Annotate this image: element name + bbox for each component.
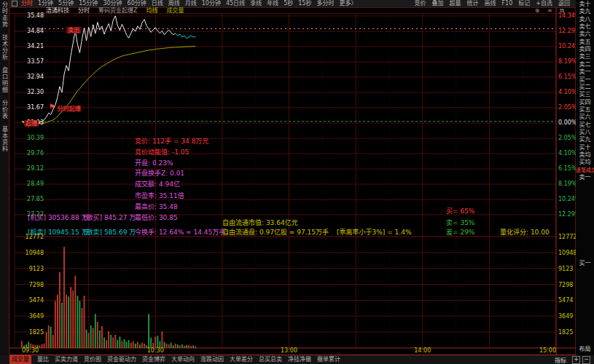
trading-app-window: 分时走势技术分析盘口明细分价表基本资料 分时1分钟5分钟15分钟30分钟60分钟… bbox=[0, 0, 594, 364]
indicator-label[interactable]: 指标 bbox=[555, 356, 566, 364]
orderbook-row-15: 买六 bbox=[576, 114, 594, 121]
orderbook-row-11: 买二 bbox=[576, 84, 594, 91]
orderbook-row-21: 买均 bbox=[576, 159, 594, 166]
period-tab-10[interactable]: 45日线 bbox=[226, 0, 245, 7]
toolbar-right-group: 竞价叠加超量统计画线F10标记+自选返回 bbox=[415, 0, 576, 7]
orderbook-row-3: 卖七 bbox=[576, 23, 594, 31]
bottom-tool-3[interactable]: 竞价图 bbox=[84, 355, 101, 364]
zoom-in-button[interactable]: + bbox=[572, 356, 580, 364]
bottom-tool-4[interactable]: 资金驱动力 bbox=[107, 355, 136, 364]
orderbook-row-22: 逐笔成交 bbox=[576, 167, 594, 174]
bottom-tool-10[interactable]: 净挂净撤 bbox=[288, 355, 311, 364]
period-tab-7[interactable]: 周线 bbox=[168, 0, 180, 7]
toolbar-button-0[interactable]: 竞价 bbox=[415, 0, 426, 7]
bottom-tool-2[interactable]: 买卖力道 bbox=[55, 355, 78, 364]
orderbook-row-7: 卖三 bbox=[576, 53, 594, 60]
indicator-toolbar-right: 指标 + − bbox=[555, 356, 593, 364]
orderbook-row-8: 卖二 bbox=[576, 61, 594, 68]
orderbook-row-19: 买十 bbox=[576, 144, 594, 151]
indicator-name[interactable]: 筹码资金起爆Z bbox=[98, 7, 137, 14]
bottom-tool-6[interactable]: 大单动向 bbox=[171, 355, 195, 364]
time-label: 13:00 bbox=[281, 347, 297, 355]
order-book-strip: 卖十卖九卖八卖七卖六卖五卖四卖三卖二卖一买一买二买三买四买五买六买七买八买九买十… bbox=[576, 0, 594, 364]
period-tab-2[interactable]: 5分钟 bbox=[58, 0, 74, 7]
bottom-tool-11[interactable]: 撤单累计 bbox=[317, 355, 340, 364]
sidebar-tab-2[interactable]: 盘口明细 bbox=[1, 67, 9, 93]
period-tab-1[interactable]: 1分钟 bbox=[38, 0, 53, 7]
indicator-tab-group: 成交量量比买卖力道竞价图资金驱动力资金博弈大单动向涨跌动因大单差分总买总卖净挂净… bbox=[9, 355, 346, 364]
ma-legend[interactable]: 均线 bbox=[146, 7, 157, 14]
orderbook-row-20: 卖均 bbox=[576, 151, 594, 159]
period-tab-11[interactable]: 季线 bbox=[250, 0, 262, 7]
orderbook-row-5: 卖五 bbox=[576, 39, 594, 46]
toolbar-button-5[interactable]: F10 bbox=[502, 0, 513, 7]
sidebar-tab-1[interactable]: 技术分析 bbox=[1, 34, 9, 60]
bottom-tool-8[interactable]: 大单差分 bbox=[230, 355, 253, 364]
orderbook-row-12: 买三 bbox=[576, 91, 594, 98]
bottom-tool-7[interactable]: 涨跌动因 bbox=[200, 355, 224, 364]
period-tab-4[interactable]: 30分钟 bbox=[103, 0, 122, 7]
chart-title-row: 浯通科技 分时 筹码资金起爆Z 均线 成交量 ⊕ ≡ ⧉ bbox=[9, 7, 576, 14]
period-tab-9[interactable]: 10分钟 bbox=[202, 0, 221, 7]
time-label: 09:30 bbox=[22, 347, 39, 355]
toolbar-button-2[interactable]: 超量 bbox=[450, 0, 461, 7]
window-control-icons[interactable]: ⊕ ≡ ⧉ bbox=[535, 7, 567, 14]
orderbook-row-0: 卖十 bbox=[576, 1, 594, 8]
orderbook-row-13: 买四 bbox=[576, 99, 594, 106]
toolbar-button-1[interactable]: 叠加 bbox=[432, 0, 444, 7]
orderbook-row-14: 买五 bbox=[576, 106, 594, 114]
time-label: 10:30 bbox=[147, 347, 164, 355]
period-tab-12[interactable]: 年线 bbox=[267, 0, 278, 7]
bottom-tool-5[interactable]: 资金博弈 bbox=[142, 355, 165, 364]
toolbar-button-8[interactable]: 返回 bbox=[558, 0, 570, 7]
period-tab-14[interactable]: 15秒 bbox=[298, 0, 311, 7]
stock-name: 浯通科技 bbox=[46, 7, 69, 14]
orderbook-row-23: 卖一 bbox=[576, 174, 594, 181]
left-tab-strip: 分时走势技术分析盘口明细分价表基本资料 bbox=[0, 0, 9, 364]
period-tab-15[interactable]: 多分时 bbox=[316, 0, 334, 7]
volume-legend[interactable]: 成交量 bbox=[166, 7, 184, 14]
bottom-tool-9[interactable]: 总买总卖 bbox=[259, 355, 282, 364]
toolbar-button-7[interactable]: +自选 bbox=[536, 0, 552, 7]
period-tab-8[interactable]: 月线 bbox=[185, 0, 197, 7]
orderbook-row-18: 买九 bbox=[576, 136, 594, 143]
time-label: 14:00 bbox=[414, 347, 431, 355]
orderbook-bid1-label: 买一 bbox=[576, 260, 594, 267]
period-toolbar: 分时1分钟5分钟15分钟30分钟60分钟日线周线月线10分钟45日线季线年线5秒… bbox=[9, 0, 576, 7]
sidebar-tab-3[interactable]: 分价表 bbox=[1, 100, 9, 119]
orderbook-row-10: 买一 bbox=[576, 76, 594, 84]
sidebar-tab-0[interactable]: 分时走势 bbox=[1, 1, 9, 28]
period-tab-5[interactable]: 60分钟 bbox=[128, 0, 146, 7]
checkbox-icon[interactable] bbox=[12, 1, 17, 7]
orderbook-row-6: 卖四 bbox=[576, 46, 594, 53]
time-axis: 09:3010:3013:0014:0015:00 bbox=[9, 347, 576, 355]
bottom-tool-0[interactable]: 成交量 bbox=[9, 355, 31, 364]
sidebar-tab-4[interactable]: 基本资料 bbox=[1, 126, 9, 152]
orderbook-row-2: 卖八 bbox=[576, 16, 594, 23]
period-label: 分时 bbox=[78, 7, 90, 14]
period-tab-13[interactable]: 5秒 bbox=[284, 0, 293, 7]
period-tab-group: 分时1分钟5分钟15分钟30分钟60分钟日线周线月线10分钟45日线季线年线5秒… bbox=[21, 0, 362, 7]
orderbook-row-17: 买八 bbox=[576, 129, 594, 136]
time-label: 15:00 bbox=[539, 347, 556, 355]
orderbook-row-16: 买七 bbox=[576, 122, 594, 129]
toolbar-button-6[interactable]: 标记 bbox=[518, 0, 530, 7]
period-tab-6[interactable]: 日线 bbox=[152, 0, 163, 7]
toolbar-button-3[interactable]: 统计 bbox=[467, 0, 479, 7]
indicator-toolbar: 成交量量比买卖力道竞价图资金驱动力资金博弈大单动向涨跌动因大单差分总买总卖净挂净… bbox=[0, 355, 594, 364]
bottom-tool-1[interactable]: 量比 bbox=[37, 355, 49, 364]
period-tab-3[interactable]: 15分钟 bbox=[79, 0, 98, 7]
orderbook-row-4: 卖六 bbox=[576, 31, 594, 38]
orderbook-row-1: 卖九 bbox=[576, 8, 594, 15]
period-tab-16[interactable]: 更多〉 bbox=[339, 0, 356, 7]
orderbook-row-9: 卖一 bbox=[576, 68, 594, 76]
intraday-chart[interactable] bbox=[0, 0, 594, 364]
zoom-out-button[interactable]: − bbox=[582, 356, 590, 364]
period-tab-0[interactable]: 分时 bbox=[21, 0, 33, 7]
layout-button[interactable]: 布局 bbox=[576, 346, 594, 353]
toolbar-button-4[interactable]: 画线 bbox=[485, 0, 496, 7]
